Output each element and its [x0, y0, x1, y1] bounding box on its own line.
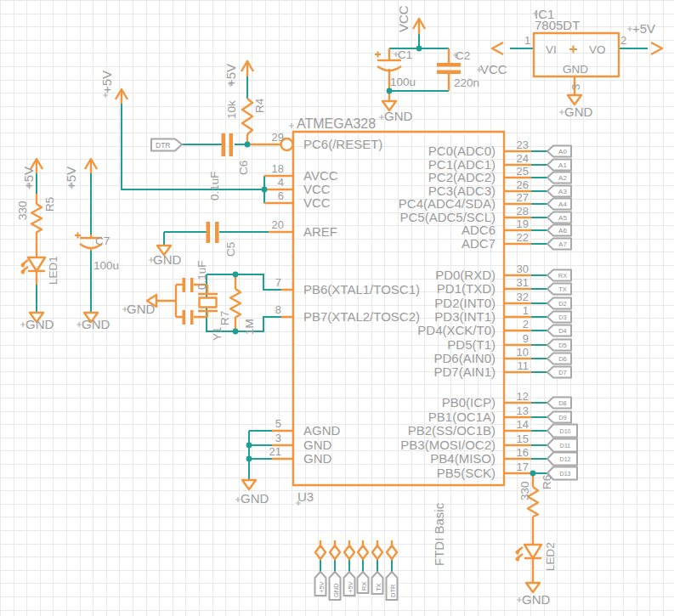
pin-number: 29 — [272, 131, 284, 144]
pin-name: GND — [303, 438, 332, 452]
regulator-pin3-number: 3 — [569, 84, 582, 90]
cap-c6-plate — [229, 133, 234, 156]
pin-number: 10 — [517, 346, 529, 359]
net-tag-label: D7 — [558, 369, 567, 376]
mcu-title: ATMEGA328 — [297, 116, 376, 131]
pin-number: 14 — [517, 418, 529, 431]
pin-number: 18 — [272, 162, 284, 175]
pin-name: PB0(ICP) — [442, 395, 496, 410]
ftdi-pin-label: DTR — [389, 584, 397, 597]
pin-name: ADC6 — [462, 223, 496, 237]
cap-c1-value: 100u — [390, 76, 416, 88]
resistor-r6-value: 330 — [518, 481, 531, 500]
gnd-symbol-icon — [568, 95, 581, 105]
pin-number: 9 — [523, 332, 529, 345]
pin-name: PB4(MISO) — [430, 451, 496, 466]
net-tag-label: D3 — [558, 314, 567, 321]
pin-number: 13 — [517, 404, 529, 417]
pin-number: 6 — [278, 189, 284, 202]
pin-number: 3 — [275, 432, 281, 444]
pin-number: 20 — [272, 218, 284, 231]
net-tag-label: D12 — [560, 456, 571, 462]
reset-circuit: DTR 0.1uF C6 10k R4 +5V — [151, 61, 266, 201]
pin-number: 19 — [517, 218, 529, 230]
net-tag-label: A7 — [558, 240, 567, 248]
cap-c5-plate — [215, 222, 219, 243]
mcu-designator: U3 — [297, 489, 314, 504]
pin-name: ADC7 — [462, 236, 496, 251]
gnd-net-label: GND — [153, 252, 182, 267]
plus5v-net-label: +5V — [99, 71, 114, 93]
pin-number: 16 — [517, 446, 529, 459]
resonator-cap-plate — [183, 278, 186, 292]
cap-c5-name: C5 — [224, 242, 237, 257]
led2-name: LED2 — [544, 542, 557, 571]
pinhead-diamond-icon — [315, 545, 397, 559]
ftdi-pin-label: TX — [375, 583, 382, 591]
pin-number: 1 — [523, 304, 529, 317]
regulator-plus-mark — [569, 46, 577, 54]
net-tag-label: D6 — [558, 355, 567, 363]
pin-name: PD2(INT0) — [434, 296, 496, 310]
net-tag-label: TX — [558, 285, 567, 293]
resonator-cap-plate — [190, 278, 194, 292]
net-tag-label: D4 — [558, 327, 567, 335]
origin-crosses — [20, 11, 632, 602]
mcu-portd: PD0(RXD) PD1(TXD) PD2(INT0) PD3(INT1) PD… — [417, 263, 571, 379]
ftdi-pin-label: +5V — [318, 581, 326, 593]
pin-number: 7 — [275, 276, 281, 289]
resistor-r7-name: R7 — [218, 311, 231, 325]
cap-c5-value: 0.1uF — [195, 260, 208, 290]
pin-number: 5 — [275, 417, 281, 430]
pin-name: PB1(OC1A) — [428, 410, 496, 424]
resistor-r4-zigzag — [242, 99, 252, 134]
pin-name: PC4(ADC4/SDA) — [399, 196, 496, 211]
pin-number: 2 — [523, 318, 529, 331]
cap-c7-polarity-plus — [75, 233, 81, 239]
cap-c7-name: C7 — [95, 235, 110, 247]
dtr-tag-label: DTR — [156, 141, 170, 150]
net-tag-label: A1 — [558, 161, 567, 169]
net-tag-label: RX — [558, 272, 567, 280]
gnd-net-label: GND — [25, 317, 54, 331]
pin-number: 11 — [518, 359, 530, 372]
led2-circuit: 330 R6 LED2 GND — [515, 475, 557, 607]
pin-name: PD6(AIN0) — [433, 351, 496, 365]
regulator-vo-label: VO — [589, 43, 606, 56]
pin-number: 24 — [517, 152, 529, 165]
crystal-body — [200, 298, 217, 308]
pin-number: 32 — [517, 291, 529, 303]
cap-c2-plate — [437, 63, 461, 67]
net-tag-label: D8 — [558, 399, 567, 407]
led1-name: LED1 — [47, 256, 59, 285]
gnd-net-label: GND — [522, 592, 551, 607]
led2-triangle — [524, 545, 541, 558]
net-tag-label: D11 — [560, 443, 570, 449]
led1-triangle — [28, 257, 45, 271]
net-tag-label: D2 — [558, 300, 567, 308]
crystal-name: Y1 — [211, 326, 224, 341]
vcc-net-label: VCC — [396, 5, 411, 32]
pin-name: GND — [303, 451, 332, 466]
pin-name: PD3(INT1) — [434, 309, 496, 324]
resistor-r5-value: 330 — [16, 201, 29, 220]
mcu-left-pin-numbers: 29 18 4 6 20 7 8 5 3 21 — [269, 131, 284, 458]
ftdi-pin-label: RX — [360, 582, 368, 591]
gnd-symbol-icon — [526, 583, 540, 592]
resonator-cap-plate — [183, 310, 186, 325]
resistor-r4-name: R4 — [253, 98, 266, 113]
regulator-pin2-number: 2 — [620, 34, 626, 47]
regulator-part: 7805DT — [535, 18, 580, 32]
pin-name: PB5(SCK) — [437, 466, 496, 480]
cap-c2-plate — [437, 71, 461, 75]
vcc-in-arrow-icon — [492, 42, 503, 54]
gnd-symbol-icon — [242, 480, 256, 489]
net-tag-label: A6 — [558, 227, 567, 235]
pin-name: PB6(XTAL1/TOSC1) — [303, 282, 420, 297]
schematic-canvas[interactable]: ATMEGA328 U3 29 18 4 6 20 7 8 5 3 21 PC6… — [0, 0, 674, 616]
pin-name: VCC — [303, 195, 331, 210]
pin-number: 17 — [517, 461, 529, 473]
resistor-r5-name: R5 — [43, 197, 56, 212]
pin-number: 28 — [517, 205, 529, 218]
resistor-r5-zigzag — [31, 204, 42, 233]
